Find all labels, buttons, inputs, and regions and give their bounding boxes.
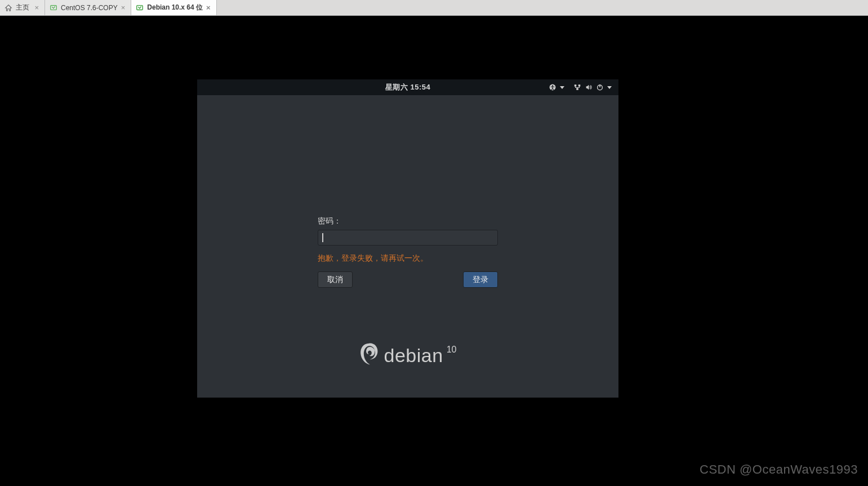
close-icon[interactable]: × xyxy=(121,4,126,11)
cancel-button[interactable]: 取消 xyxy=(318,271,353,288)
chevron-down-icon xyxy=(607,86,612,89)
tab-label: CentOS 7.6-COPY xyxy=(61,4,118,12)
text-cursor xyxy=(322,233,323,242)
svg-rect-0 xyxy=(51,5,57,10)
power-icon xyxy=(596,83,604,91)
password-field-wrap xyxy=(318,230,498,246)
debian-brand: debian 10 xyxy=(197,341,618,369)
password-label: 密码： xyxy=(318,216,498,226)
accessibility-menu[interactable] xyxy=(546,82,567,92)
gdm-top-panel: 星期六 15:54 xyxy=(197,79,618,95)
brand-version: 10 xyxy=(447,345,457,355)
svg-rect-6 xyxy=(576,88,578,90)
login-form: 密码： 抱歉，登录失败，请再试一次。 取消 登录 xyxy=(318,216,498,288)
watermark: CSDN @OceanWaves1993 xyxy=(700,462,858,477)
close-icon[interactable]: × xyxy=(206,4,211,11)
vm-icon xyxy=(136,4,144,12)
tab-debian[interactable]: Debian 10.x 64 位 × xyxy=(131,0,216,15)
chevron-down-icon xyxy=(560,86,564,89)
brand-name: debian xyxy=(384,345,443,367)
home-icon xyxy=(5,4,12,12)
network-icon xyxy=(573,83,581,91)
volume-icon xyxy=(585,83,593,91)
panel-status-area xyxy=(546,79,614,95)
svg-rect-5 xyxy=(578,84,581,87)
tab-centos[interactable]: CentOS 7.6-COPY × xyxy=(45,0,131,15)
accessibility-icon xyxy=(549,83,557,91)
guest-screen[interactable]: 星期六 15:54 xyxy=(197,79,618,398)
vm-viewport[interactable]: 星期六 15:54 xyxy=(0,16,868,486)
vm-icon xyxy=(50,4,57,12)
tab-label: 主页 xyxy=(16,3,29,12)
svg-point-3 xyxy=(552,85,553,86)
close-icon[interactable]: × xyxy=(34,4,39,11)
debian-swirl-icon xyxy=(358,341,380,369)
password-input[interactable] xyxy=(318,230,498,246)
svg-rect-1 xyxy=(137,5,143,10)
login-button[interactable]: 登录 xyxy=(463,271,498,288)
tab-home[interactable]: 主页 × xyxy=(0,0,45,15)
system-menu[interactable] xyxy=(571,82,614,92)
svg-rect-4 xyxy=(575,84,577,87)
vmware-tab-bar: 主页 × CentOS 7.6-COPY × Debian 10.x 64 位 … xyxy=(0,0,868,16)
tab-label: Debian 10.x 64 位 xyxy=(147,3,203,12)
button-row: 取消 登录 xyxy=(318,271,498,288)
login-error-message: 抱歉，登录失败，请再试一次。 xyxy=(318,253,498,264)
